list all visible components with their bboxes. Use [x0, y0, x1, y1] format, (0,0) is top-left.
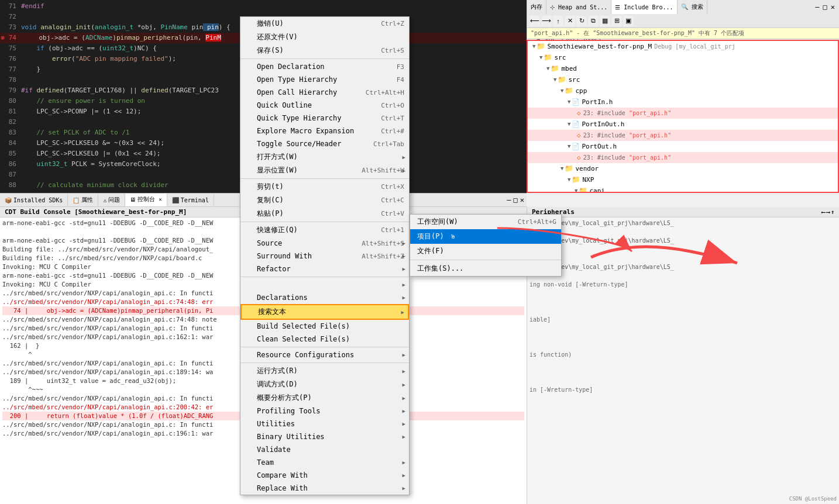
panel-button[interactable]: ▣: [623, 16, 634, 26]
menu-cut[interactable]: 剪切(t) Ctrl+X: [240, 180, 409, 194]
ftree-capi[interactable]: ▼ 📁 capi: [528, 185, 838, 193]
menu-open-call-hierarchy[interactable]: Open Call Hierarchy Ctrl+Alt+H: [240, 86, 409, 99]
menu-build-selected[interactable]: Build Selected File(s): [240, 320, 409, 333]
peripherals-panel: Peripherals ⟵ ⟶ ↑ I"D:\my_dev\my_local_g…: [527, 207, 839, 504]
menu-open-type-hierarchy[interactable]: Open Type Hierarchy F4: [240, 73, 409, 86]
periph-toolbar-btn[interactable]: ⟵: [821, 209, 825, 215]
menu-resource-config[interactable]: Resource Configurations: [240, 348, 409, 361]
menu-paste[interactable]: 粘贴(P) Ctrl+V: [240, 207, 409, 220]
ftree-vendor[interactable]: ▼ 📁 vendor: [528, 163, 838, 174]
file-icon-portout: 📄: [572, 141, 580, 151]
menu-debug-as[interactable]: 调试方式(D): [240, 378, 409, 391]
peripherals-content: I"D:\my_dev\my_local_git_prj\hardware\LS…: [527, 218, 839, 395]
menu-open-with[interactable]: 打开方式(W): [240, 150, 409, 164]
tab-problems[interactable]: ⚠ 问题: [98, 194, 125, 206]
tab-installed-sdks[interactable]: 📦 Installed SDKs: [0, 194, 68, 206]
context-menu[interactable]: 撤销(U) Ctrl+Z 还原文件(V) 保存(S) Ctrl+S Open D…: [240, 16, 410, 495]
ftree-arrow-cpp: ▼: [561, 86, 563, 96]
menu-profile-as[interactable]: 概要分析方式(P): [240, 391, 409, 405]
periph-toolbar-btn2[interactable]: ⟶: [826, 209, 830, 215]
menu-source[interactable]: Source Alt+Shift+S: [240, 237, 409, 250]
tab-properties[interactable]: 📋 属性: [68, 194, 98, 206]
submenu-working-set[interactable]: 工作集(S)...: [410, 261, 561, 276]
ftree-portin[interactable]: ▼ 📄 PortIn.h: [528, 96, 838, 108]
ftree-portout-include[interactable]: ◇ 23: #include "port_api.h": [528, 152, 838, 163]
code-line-71: 71 #endif: [0, 1, 527, 12]
menu-team[interactable]: Team: [240, 456, 409, 469]
close-bottom-icon[interactable]: ✕: [520, 196, 524, 204]
menu-sep-4: [240, 277, 409, 277]
minimize-icon[interactable]: —: [815, 3, 819, 11]
menu-quick-fix[interactable]: 快速修正(Q) Ctrl+1: [240, 223, 409, 237]
tab-console[interactable]: 🖥 控制台 ✕: [125, 194, 167, 206]
menu-references[interactable]: Declarations: [240, 291, 409, 304]
diamond-icon-0: ◇: [577, 108, 581, 118]
menu-show-in[interactable]: 显示位置(W) Alt+Shift+W: [240, 164, 409, 177]
up-button[interactable]: ↑: [553, 16, 563, 26]
ftree-portout[interactable]: ▼ 📄 PortOut.h: [528, 141, 838, 152]
submenu-file[interactable]: 文件(F): [410, 244, 561, 258]
menu-declarations[interactable]: [240, 278, 409, 291]
menu-compare-with[interactable]: Compare With: [240, 469, 409, 482]
ftree-portinout[interactable]: ▼ 📄 PortInOut.h: [528, 119, 838, 130]
menu-utilities[interactable]: Utilities: [240, 417, 409, 430]
diamond-icon-1: ◇: [577, 130, 581, 140]
menu-clean-selected[interactable]: Clean Selected File(s): [240, 333, 409, 346]
search-text-submenu[interactable]: 工作空间(W) Ctrl+Alt+G 项目(P) 🖱 文件(F) 工作集(S).…: [410, 214, 562, 277]
ftree-root[interactable]: ▼ 📁 Smoothieware_best-for-pnp_M Debug [m…: [528, 41, 838, 52]
tab-memory[interactable]: 内存: [527, 0, 546, 14]
ftree-cpp[interactable]: ▼ 📁 cpp: [528, 85, 838, 96]
folder-icon-nxp: 📁: [572, 175, 580, 185]
close-console-icon[interactable]: ✕: [159, 196, 161, 202]
layout-button[interactable]: ▦: [600, 16, 610, 26]
ftree-portin-include[interactable]: ◇ 23: #include "port_api.h": [528, 108, 838, 119]
right-file-tree[interactable]: ▼ 📁 Smoothieware_best-for-pnp_M Debug [m…: [527, 40, 839, 193]
ftree-src2[interactable]: ▼ 📁 src: [528, 74, 838, 85]
menu-revert-file[interactable]: 还原文件(V): [240, 30, 409, 44]
menu-toggle-source[interactable]: Toggle Source/Header Ctrl+Tab: [240, 137, 409, 150]
copy-button[interactable]: ⧉: [588, 16, 599, 26]
menu-profiling-tools[interactable]: Profiling Tools: [240, 405, 409, 417]
folder-icon-mbed: 📁: [551, 64, 559, 74]
tab-search[interactable]: 🔍 搜索: [678, 0, 707, 14]
minimize-bottom-icon[interactable]: —: [507, 196, 511, 204]
back-button[interactable]: ⟵: [529, 16, 540, 26]
close-panel-icon[interactable]: ✕: [831, 3, 835, 11]
menu-open-declaration[interactable]: Open Declaration F3: [240, 60, 409, 73]
ftree-portinout-include[interactable]: ◇ 23: #include "port_api.h": [528, 130, 838, 141]
menu-replace-with[interactable]: Replace With: [240, 482, 409, 495]
submenu-workspace[interactable]: 工作空间(W) Ctrl+Alt+G: [410, 215, 561, 229]
menu-sep-6: [240, 363, 409, 363]
menu-sep-3: [240, 222, 409, 222]
file-icon-portin: 📄: [572, 97, 580, 107]
menu-sep-5: [240, 347, 409, 347]
menu-binary-utilities[interactable]: Binary Utilities: [240, 430, 409, 443]
menu-validate[interactable]: Validate: [240, 443, 409, 456]
ftree-mbed[interactable]: ▼ 📁 mbed: [528, 63, 838, 74]
menu-explore-macro[interactable]: Explore Macro Expansion Ctrl+#: [240, 125, 409, 137]
clear-button[interactable]: ✕: [565, 16, 575, 26]
menu-quick-outline[interactable]: Quick Outline Ctrl+O: [240, 99, 409, 112]
tab-terminal[interactable]: ⬛ Terminal: [167, 194, 214, 206]
submenu-sep: [410, 260, 561, 260]
tab-include-browser[interactable]: ☰ Include Bro...: [611, 0, 677, 14]
menu-save[interactable]: 保存(S) Ctrl+S: [240, 44, 409, 57]
periph-toolbar-btn3[interactable]: ↑: [831, 209, 834, 215]
menu-quick-type-hierarchy[interactable]: Quick Type Hierarchy Ctrl+T: [240, 112, 409, 125]
menu-copy[interactable]: 复制(C) Ctrl+C: [240, 194, 409, 207]
ftree-nxp[interactable]: ▼ 📁 NXP: [528, 174, 838, 185]
forward-button[interactable]: ⟶: [541, 16, 552, 26]
menu-run-as[interactable]: 运行方式(R): [240, 364, 409, 378]
submenu-project[interactable]: 项目(P) 🖱: [410, 229, 561, 244]
menu-refactor[interactable]: Refactor: [240, 263, 409, 275]
grid-button[interactable]: ⊞: [611, 16, 622, 26]
menu-undo[interactable]: 撤销(U) Ctrl+Z: [240, 17, 409, 30]
menu-surround-with[interactable]: Surround With Alt+Shift+Z: [240, 250, 409, 263]
tab-heap[interactable]: ⊹ Heap and St...: [546, 0, 611, 14]
sdk-icon: 📦: [5, 197, 12, 203]
ftree-src1[interactable]: ▼ 📁 src: [528, 52, 838, 63]
refresh-button[interactable]: ↻: [576, 16, 587, 26]
maximize-bottom-icon[interactable]: □: [514, 196, 518, 204]
menu-search-text[interactable]: 搜索文本: [240, 304, 409, 320]
maximize-icon[interactable]: □: [823, 3, 827, 11]
